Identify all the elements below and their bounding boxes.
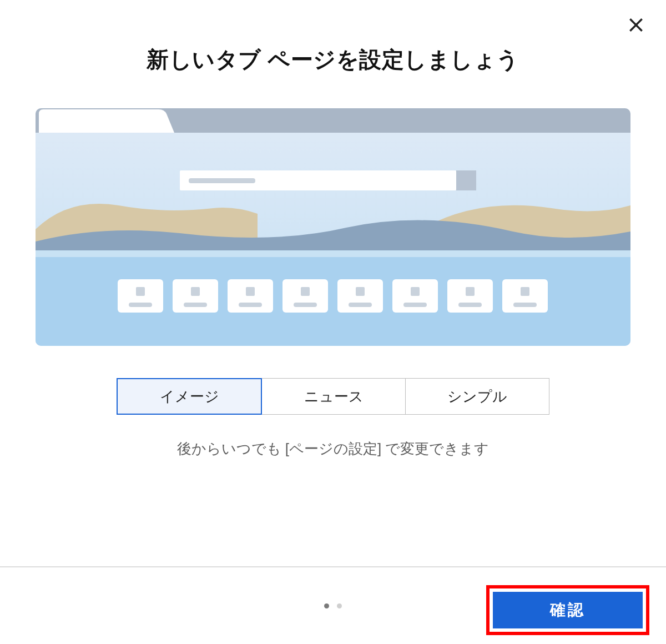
svg-rect-17 xyxy=(239,303,262,307)
svg-rect-29 xyxy=(458,303,482,307)
svg-rect-19 xyxy=(301,287,310,296)
confirm-button[interactable]: 確認 xyxy=(493,592,643,628)
new-tab-setup-dialog: 新しいタブ ページを設定しましょう xyxy=(0,0,666,644)
layout-preview-image xyxy=(36,108,630,346)
segmented-option-image[interactable]: イメージ xyxy=(117,378,262,415)
pager-dots xyxy=(324,603,342,608)
svg-rect-16 xyxy=(246,287,255,296)
svg-rect-8 xyxy=(189,178,255,183)
dialog-footer: 確認 xyxy=(0,566,666,644)
confirm-highlight: 確認 xyxy=(486,585,649,635)
svg-rect-14 xyxy=(184,303,207,307)
pager-dot xyxy=(337,603,342,608)
svg-rect-26 xyxy=(403,303,427,307)
svg-rect-32 xyxy=(513,303,537,307)
svg-rect-5 xyxy=(36,250,630,257)
svg-rect-25 xyxy=(411,287,420,296)
segmented-option-simple[interactable]: シンプル xyxy=(406,378,549,415)
svg-rect-20 xyxy=(294,303,317,307)
segmented-option-news[interactable]: ニュース xyxy=(262,378,406,415)
close-button[interactable] xyxy=(624,13,648,38)
svg-rect-10 xyxy=(136,287,145,296)
hint-text: 後からいつでも [ページの設定] で変更できます xyxy=(0,439,666,459)
close-icon xyxy=(627,16,645,34)
svg-rect-28 xyxy=(466,287,475,296)
svg-rect-7 xyxy=(456,170,476,190)
dialog-title: 新しいタブ ページを設定しましょう xyxy=(0,44,666,75)
svg-rect-11 xyxy=(129,303,152,307)
svg-rect-22 xyxy=(356,287,365,296)
layout-segmented-control: イメージ ニュース シンプル xyxy=(117,378,549,415)
svg-rect-23 xyxy=(349,303,372,307)
svg-rect-31 xyxy=(521,287,529,296)
svg-rect-13 xyxy=(191,287,200,296)
pager-dot xyxy=(324,603,329,608)
